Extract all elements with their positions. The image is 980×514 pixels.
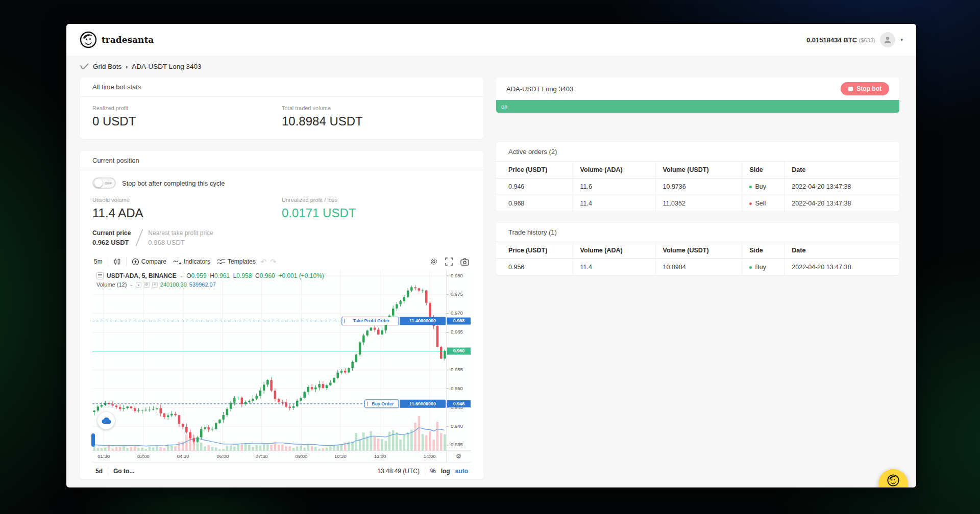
bot-status-card: ADA-USDT Long 3403 Stop bot on	[496, 78, 899, 113]
svg-text:0.965: 0.965	[451, 329, 463, 335]
cell-vol-usdt: 10.8984	[655, 259, 742, 276]
side-dot	[749, 202, 752, 205]
svg-text:09:00: 09:00	[296, 453, 308, 459]
svg-text:0.970: 0.970	[451, 310, 463, 316]
svg-text:⚙: ⚙	[456, 453, 461, 460]
volume-chevron-icon[interactable]: ⌄	[129, 282, 133, 287]
publish-cloud-button[interactable]	[97, 412, 115, 429]
svg-text:0.935: 0.935	[451, 442, 463, 447]
cloud-icon	[102, 417, 111, 424]
svg-text:0.975: 0.975	[451, 291, 463, 297]
volume-settings-icon[interactable]: ⚙	[144, 282, 150, 288]
user-avatar[interactable]	[880, 32, 895, 47]
cell-price: 0.946	[496, 178, 573, 195]
breadcrumb-root[interactable]: Grid Bots	[93, 63, 121, 70]
percent-scale-button[interactable]: %	[430, 468, 436, 475]
candlestick-chart-canvas[interactable]: 0.9800.9750.9700.9650.9600.9550.9500.945…	[92, 270, 471, 462]
auto-scale-button[interactable]: auto	[455, 468, 468, 475]
cell-side: Buy	[742, 178, 785, 195]
templates-icon	[217, 258, 226, 266]
fullscreen-icon[interactable]	[445, 258, 453, 266]
unrealized-pl-value: 0.0171 USDT	[282, 206, 471, 220]
cell-price: 0.968	[496, 195, 573, 212]
svg-text:Buy Order: Buy Order	[372, 401, 394, 406]
toggle-knob	[94, 179, 103, 187]
active-orders-title: Active orders (2)	[496, 142, 899, 162]
undo-icon[interactable]: ↶	[261, 258, 267, 266]
svg-text:0.960: 0.960	[453, 348, 465, 353]
volume-eye-icon[interactable]: ●	[136, 282, 141, 288]
grid-bots-icon	[80, 63, 89, 70]
stop-bot-button[interactable]: Stop bot	[841, 82, 889, 95]
stop-after-cycle-label: Stop bot after completing this cycle	[122, 179, 225, 187]
left-column: All time bot stats Realized profit 0 USD…	[80, 78, 483, 487]
indicators-button[interactable]: Indicators	[172, 258, 212, 266]
svg-text:10:30: 10:30	[334, 453, 347, 459]
chart-style-button[interactable]	[112, 258, 122, 266]
traded-volume-label: Total traded volume	[282, 105, 471, 111]
active-orders-card: Active orders (2) Price (USDT) Volume (A…	[496, 142, 899, 212]
breadcrumb-separator: ›	[126, 63, 128, 70]
col-vol-usdt: Volume (USDT)	[655, 162, 742, 178]
svg-text:0.950: 0.950	[451, 386, 463, 391]
chart-scrollbar-handle[interactable]	[91, 433, 95, 447]
goto-button[interactable]: Go to...	[113, 468, 134, 475]
account-menu-caret-icon[interactable]: ▾	[900, 37, 903, 42]
symbol-chevron-icon[interactable]: ⌄	[180, 273, 184, 278]
bot-status-text: on	[501, 104, 507, 110]
traded-volume-value: 10.8984 USDT	[282, 114, 471, 128]
nearest-tp-block: Nearest take profit price 0.968 USDT	[148, 229, 213, 246]
log-scale-button[interactable]: log	[441, 468, 450, 475]
current-price-label: Current price	[92, 229, 131, 237]
svg-text:14:00: 14:00	[424, 453, 436, 459]
col-side: Side	[742, 242, 785, 259]
realized-profit-label: Realized profit	[92, 105, 282, 111]
range-5d-button[interactable]: 5d	[95, 468, 103, 475]
slash-divider	[136, 229, 143, 246]
unsold-volume-label: Unsold volume	[92, 197, 282, 203]
brand[interactable]: tradesanta	[80, 31, 154, 48]
volume-legend[interactable]: Volume (12) ⌄ ● ⚙ ✕ 240100.30 539962.07	[96, 281, 216, 288]
position-card-title: Current position	[80, 151, 483, 170]
all-time-stats-card: All time bot stats Realized profit 0 USD…	[80, 78, 483, 139]
stop-square-icon	[848, 87, 853, 91]
chart-symbol-legend[interactable]: USDT-ADA, 5, BINANCE ⌄ O0.959 H0.961 L0.…	[96, 272, 324, 279]
table-header-row: Price (USDT) Volume (ADA) Volume (USDT) …	[496, 242, 899, 259]
unsold-volume-value: 11.4 ADA	[92, 206, 282, 220]
app-window: tradesanta 0.01518434 BTC ($633) ▾ Grid …	[66, 24, 916, 487]
realized-profit-value: 0 USDT	[92, 114, 282, 128]
compare-button[interactable]: Compare	[130, 258, 168, 266]
symbol-menu-icon[interactable]	[96, 272, 104, 279]
cell-vol-usdt: 10.9736	[655, 178, 742, 195]
interval-select[interactable]: 5m	[92, 258, 104, 265]
chart-toolbar: 5m	[92, 253, 471, 270]
stop-after-cycle-toggle[interactable]: OFF	[92, 177, 116, 189]
cell-side: Sell	[742, 195, 785, 212]
stats-card-title: All time bot stats	[80, 78, 483, 97]
candles-icon	[113, 258, 121, 266]
clock-utc[interactable]: 13:48:49 (UTC)	[377, 468, 420, 475]
person-icon	[883, 35, 892, 44]
snapshot-camera-icon[interactable]	[460, 258, 469, 266]
cell-side: Buy	[742, 259, 785, 276]
svg-text:12:00: 12:00	[374, 453, 386, 459]
indicators-icon	[173, 258, 182, 266]
bot-status-bar: on	[496, 100, 899, 113]
tradesanta-chat-icon	[887, 474, 900, 487]
side-dot	[749, 266, 752, 269]
templates-button[interactable]: Templates	[215, 258, 257, 266]
chart-settings-gear-icon[interactable]	[430, 258, 438, 266]
cell-vol-ada: 11.4	[573, 259, 655, 276]
brand-name: tradesanta	[102, 35, 154, 45]
price-chart[interactable]: USDT-ADA, 5, BINANCE ⌄ O0.959 H0.961 L0.…	[92, 270, 471, 462]
cell-date: 2022-04-20 13:47:38	[785, 178, 899, 195]
toggle-state-label: OFF	[105, 182, 112, 185]
volume-close-icon[interactable]: ✕	[152, 282, 158, 288]
table-header-row: Price (USDT) Volume (ADA) Volume (USDT) …	[496, 162, 899, 178]
table-row: 0.946 11.6 10.9736 Buy 2022-04-20 13:47:…	[496, 178, 899, 195]
svg-text:Take Profit Order: Take Profit Order	[353, 318, 390, 323]
cell-vol-ada: 11.6	[573, 178, 655, 195]
svg-text:0.946: 0.946	[453, 401, 465, 406]
side-dot	[749, 186, 752, 188]
redo-icon[interactable]: ↷	[271, 258, 277, 266]
